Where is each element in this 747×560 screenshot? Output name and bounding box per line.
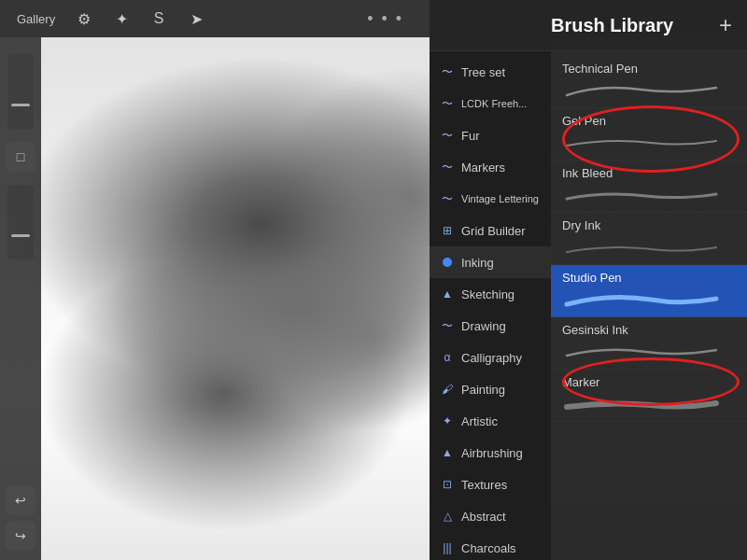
drawing-icon: 〜 (439, 317, 456, 334)
category-label: Textures (461, 478, 507, 492)
brush-name: Technical Pen (562, 62, 736, 76)
category-artistic[interactable]: ✦ Artistic (430, 405, 551, 437)
undo-button[interactable]: ↩ (6, 485, 35, 515)
brush-item-technical-pen[interactable]: Technical Pen (551, 56, 747, 108)
category-label: Charcoals (461, 541, 516, 555)
brush-categories-list: 〜 Tree set 〜 LCDK Freeh... 〜 Fur 〜 Marke… (430, 0, 551, 560)
fur-icon: 〜 (439, 127, 456, 144)
category-label: Tree set (461, 65, 505, 79)
markers-icon: 〜 (439, 159, 456, 175)
category-label: Inking (461, 256, 494, 270)
brush-name: Studio Pen (562, 271, 736, 285)
category-label: Sketching (461, 287, 514, 301)
category-lcdk[interactable]: 〜 LCDK Freeh... (430, 88, 551, 119)
square-tool-button[interactable]: □ (6, 142, 35, 172)
brush-stroke-preview (562, 132, 736, 154)
brush-panel-header: Brush Library + (430, 0, 747, 51)
brush-stroke-preview (562, 184, 736, 206)
brush-item-gel-pen[interactable]: Gel Pen (551, 108, 747, 161)
brush-stroke-preview (562, 288, 736, 311)
add-brush-button[interactable]: + (719, 12, 732, 38)
category-inking[interactable]: Inking (430, 246, 551, 278)
category-label: Painting (461, 383, 505, 397)
category-airbrushing[interactable]: ▲ Airbrushing (430, 437, 551, 469)
category-label: LCDK Freeh... (461, 98, 527, 109)
category-label: Artistic (461, 414, 498, 428)
brush-stroke-preview (562, 393, 736, 415)
brush-name: Ink Bleed (562, 166, 736, 180)
category-label: Abstract (461, 510, 506, 524)
category-label: Markers (461, 161, 505, 175)
brush-stroke-preview (562, 341, 736, 363)
navigate-icon[interactable]: ➤ (182, 5, 210, 33)
category-calligraphy[interactable]: α Calligraphy (430, 342, 551, 373)
grid-icon: ⊞ (439, 222, 456, 239)
painting-icon: 🖌 (439, 381, 456, 398)
category-charcoals[interactable]: ||| Charcoals (430, 532, 551, 560)
category-label: Airbrushing (461, 446, 523, 460)
inking-icon (439, 254, 456, 271)
liquefy-icon[interactable]: S (145, 5, 173, 33)
category-label: Calligraphy (461, 351, 522, 365)
opacity-slider[interactable] (7, 185, 34, 259)
brush-size-slider[interactable] (7, 54, 34, 129)
brush-item-dry-ink[interactable]: Dry Ink (551, 213, 747, 265)
category-label: Drawing (461, 319, 506, 333)
wrench-icon[interactable]: ⚙ (70, 5, 98, 33)
tree-set-icon: 〜 (439, 63, 456, 80)
brush-items-list: Technical Pen Gel Pen Ink Bleed (551, 0, 747, 560)
more-options-button[interactable]: • • • (367, 9, 403, 29)
brush-panel-title: Brush Library (551, 15, 719, 36)
brush-stroke-preview (562, 236, 736, 259)
vintage-icon: 〜 (439, 190, 456, 207)
category-grid-builder[interactable]: ⊞ Grid Builder (430, 215, 551, 246)
gallery-button[interactable]: Gallery (11, 8, 61, 30)
category-abstract[interactable]: △ Abstract (430, 500, 551, 532)
brush-name: Gel Pen (562, 114, 736, 128)
category-label: Grid Builder (461, 224, 526, 238)
brush-item-gesinski-ink[interactable]: Gesinski Ink (551, 317, 747, 370)
magic-icon[interactable]: ✦ (107, 5, 135, 33)
left-toolbar: □ ↩ ↪ (0, 37, 41, 560)
calligraphy-icon: α (439, 349, 456, 366)
category-painting[interactable]: 🖌 Painting (430, 373, 551, 405)
brush-item-ink-bleed[interactable]: Ink Bleed (551, 161, 747, 213)
lcdk-icon: 〜 (439, 95, 456, 112)
brush-item-marker[interactable]: Marker (551, 370, 747, 422)
brush-name: Gesinski Ink (562, 323, 736, 337)
category-sketching[interactable]: ▲ Sketching (430, 278, 551, 310)
category-vintage-lettering[interactable]: 〜 Vintage Lettering (430, 183, 551, 215)
brush-name: Dry Ink (562, 218, 736, 232)
category-label: Vintage Lettering (461, 193, 539, 204)
redo-button[interactable]: ↪ (6, 521, 35, 551)
category-markers[interactable]: 〜 Markers (430, 151, 551, 183)
brush-stroke-preview (562, 79, 736, 102)
category-drawing[interactable]: 〜 Drawing (430, 310, 551, 342)
brush-library-panel: Brush Library + 〜 Tree set 〜 LCDK Freeh.… (430, 0, 747, 560)
artistic-icon: ✦ (439, 413, 456, 429)
category-textures[interactable]: ⊡ Textures (430, 469, 551, 500)
brush-item-studio-pen[interactable]: Studio Pen (551, 265, 747, 317)
category-label: Fur (461, 129, 480, 143)
category-tree-set[interactable]: 〜 Tree set (430, 56, 551, 88)
abstract-icon: △ (439, 508, 456, 525)
brush-name: Marker (562, 375, 736, 389)
charcoals-icon: ||| (439, 539, 456, 556)
textures-icon: ⊡ (439, 476, 456, 493)
airbrushing-icon: ▲ (439, 444, 456, 461)
sketching-icon: ▲ (439, 286, 456, 302)
category-fur[interactable]: 〜 Fur (430, 119, 551, 151)
